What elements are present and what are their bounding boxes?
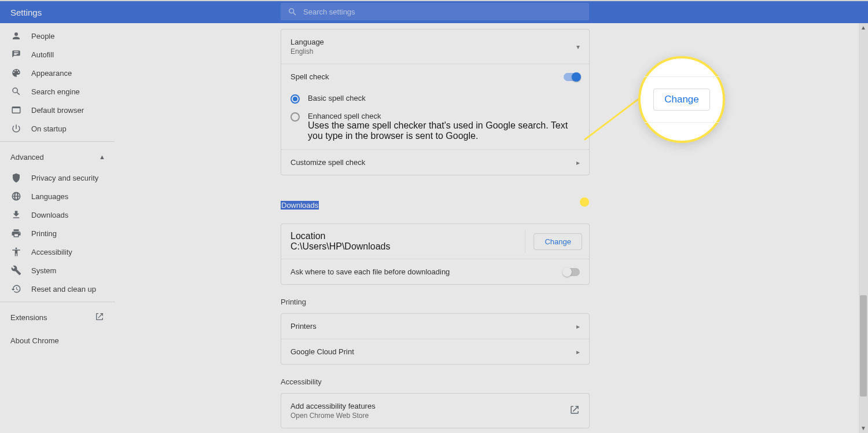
sidebar-label: Printing (31, 229, 57, 238)
sidebar-separator (0, 302, 115, 302)
cloud-print-row[interactable]: Google Cloud Print ▸ (281, 339, 589, 364)
callout-magnifier: Change (638, 56, 725, 143)
browser-icon (10, 104, 22, 116)
downloads-card: Location C:\Users\HP\Downloads Change As… (281, 223, 590, 285)
sidebar-item-about-chrome[interactable]: About Chrome (0, 329, 115, 352)
radio-icon (290, 94, 300, 104)
ask-where-toggle[interactable] (564, 268, 580, 276)
search-icon (10, 86, 22, 97)
printers-row[interactable]: Printers ▸ (281, 314, 589, 339)
enhanced-spell-label: Enhanced spell check (308, 112, 580, 120)
sidebar-item-printing[interactable]: Printing (0, 224, 115, 243)
autofill-icon (10, 49, 22, 60)
callout-anchor-dot (580, 197, 589, 207)
location-value: C:\Users\HP\Downloads (290, 241, 517, 252)
sidebar-item-default-browser[interactable]: Default browser (0, 101, 115, 119)
scroll-down-arrow[interactable]: ▼ (859, 424, 868, 433)
add-accessibility-label: Add accessibility features (290, 402, 376, 410)
download-icon (10, 209, 22, 221)
search-icon (288, 7, 297, 17)
extensions-label: Extensions (10, 313, 47, 322)
chevron-right-icon: ▸ (576, 159, 580, 167)
sidebar-label: Accessibility (31, 248, 72, 256)
search-settings-field[interactable] (281, 3, 589, 20)
spell-check-toggle[interactable] (564, 73, 580, 81)
chevron-right-icon: ▸ (576, 348, 580, 356)
sidebar-label: On startup (31, 124, 67, 133)
print-icon (10, 227, 22, 239)
enhanced-spell-desc: Uses the same spell checker that's used … (308, 120, 580, 141)
shield-icon (10, 172, 22, 184)
spell-check-row: Spell check (281, 64, 589, 89)
palette-icon (10, 67, 22, 79)
sidebar-item-search-engine[interactable]: Search engine (0, 82, 115, 101)
sidebar-label: Reset and clean up (31, 285, 96, 293)
sidebar-item-downloads[interactable]: Downloads (0, 206, 115, 224)
downloads-section-title: Downloads (281, 201, 319, 210)
wrench-icon (10, 265, 22, 276)
language-row[interactable]: Language English ▾ (281, 30, 589, 64)
advanced-label: Advanced (10, 153, 44, 162)
open-external-icon (95, 312, 104, 323)
globe-icon (10, 190, 22, 202)
ask-where-label: Ask where to save each file before downl… (290, 267, 450, 276)
sidebar-advanced-toggle[interactable]: Advanced ▲ (0, 145, 115, 168)
accessibility-section-title: Accessibility (281, 377, 590, 386)
vertical-divider (525, 230, 525, 253)
customize-spell-check-row[interactable]: Customize spell check ▸ (281, 149, 589, 175)
callout-inner: Change (644, 76, 719, 123)
main-content: Language English ▾ Spell check Basic spe… (281, 23, 590, 433)
sidebar-item-extensions[interactable]: Extensions (0, 306, 115, 329)
sidebar-item-appearance[interactable]: Appearance (0, 64, 115, 82)
sidebar-label: Search engine (31, 87, 80, 96)
sidebar-item-system[interactable]: System (0, 261, 115, 280)
add-accessibility-sub: Open Chrome Web Store (290, 412, 376, 420)
sidebar-label: Downloads (31, 211, 68, 219)
download-location-row: Location C:\Users\HP\Downloads Change (281, 224, 589, 259)
sidebar-label: Autofill (31, 50, 54, 59)
chevron-up-icon: ▲ (99, 153, 105, 160)
cloud-print-label: Google Cloud Print (290, 347, 354, 356)
change-location-button[interactable]: Change (534, 233, 582, 250)
scroll-up-arrow[interactable]: ▲ (859, 23, 868, 32)
sidebar-item-accessibility[interactable]: Accessibility (0, 243, 115, 261)
restore-icon (10, 283, 22, 295)
printing-card: Printers ▸ Google Cloud Print ▸ (281, 313, 590, 365)
language-label: Language (290, 38, 324, 46)
sidebar-label: System (31, 266, 56, 275)
location-label: Location (290, 231, 517, 241)
accessibility-icon (10, 246, 22, 258)
callout-change-button: Change (653, 89, 710, 111)
app-title: Settings (10, 8, 42, 17)
sidebar-item-people[interactable]: People (0, 27, 115, 45)
about-label: About Chrome (10, 336, 59, 345)
search-input[interactable] (303, 8, 589, 16)
sidebar-item-privacy[interactable]: Privacy and security (0, 168, 115, 187)
enhanced-spell-check-option[interactable]: Enhanced spell check Uses the same spell… (281, 107, 589, 149)
sidebar-label: Default browser (31, 106, 84, 115)
sidebar-item-on-startup[interactable]: On startup (0, 119, 115, 138)
sidebar-label: Appearance (31, 69, 72, 78)
scrollbar-thumb[interactable] (860, 295, 867, 397)
sidebar-item-autofill[interactable]: Autofill (0, 45, 115, 64)
sidebar-item-languages[interactable]: Languages (0, 187, 115, 206)
customize-label: Customize spell check (290, 158, 365, 167)
ask-where-row: Ask where to save each file before downl… (281, 259, 589, 284)
sidebar-label: Languages (31, 192, 68, 201)
person-icon (10, 30, 22, 42)
basic-spell-check-option[interactable]: Basic spell check (281, 89, 589, 107)
sidebar-label: People (31, 32, 54, 41)
sidebar-label: Privacy and security (31, 174, 98, 182)
printing-section-title: Printing (281, 298, 590, 306)
power-icon (10, 123, 22, 134)
radio-icon (290, 112, 300, 122)
chevron-down-icon: ▾ (576, 43, 580, 51)
open-external-icon (569, 405, 580, 417)
language-value: English (290, 47, 324, 56)
sidebar-item-reset[interactable]: Reset and clean up (0, 280, 115, 298)
add-accessibility-row[interactable]: Add accessibility features Open Chrome W… (281, 394, 589, 428)
languages-card: Language English ▾ Spell check Basic spe… (281, 29, 590, 175)
accessibility-card: Add accessibility features Open Chrome W… (281, 393, 590, 428)
sidebar: People Autofill Appearance Search engine… (0, 27, 115, 352)
basic-spell-label: Basic spell check (308, 94, 366, 102)
